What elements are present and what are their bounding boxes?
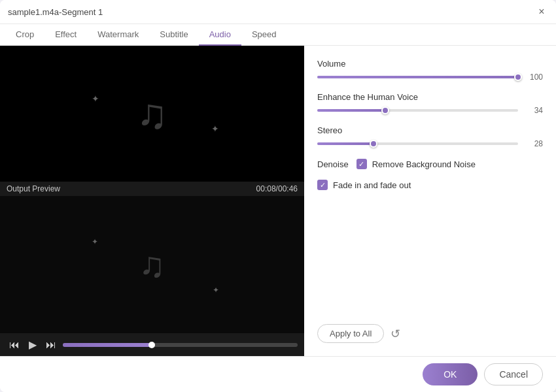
apply-to-all-button[interactable]: Apply to All: [317, 324, 384, 343]
fade-checkmark-icon: ✓: [320, 181, 326, 189]
volume-value: 100: [525, 73, 543, 82]
sparkle-top-left-icon: ✦: [92, 93, 99, 104]
tab-audio[interactable]: Audio: [199, 24, 241, 46]
stereo-slider-row: 28: [317, 139, 543, 148]
window-title: sample1.m4a-Segment 1: [8, 7, 103, 17]
main-window: sample1.m4a-Segment 1 × Crop Effect Wate…: [0, 0, 556, 392]
stereo-slider[interactable]: [317, 142, 518, 145]
enhance-voice-label: Enhance the Human Voice: [317, 92, 543, 102]
sparkle-bottom-right-icon: ✦: [211, 123, 219, 134]
bottom-preview: ✦ ♫ ✦: [0, 196, 304, 333]
prev-button[interactable]: ⏮: [7, 338, 22, 352]
bottom-actions: Apply to All ↺: [317, 324, 543, 343]
stereo-label: Stereo: [317, 125, 543, 135]
tab-speed[interactable]: Speed: [241, 24, 287, 46]
progress-bar[interactable]: [63, 343, 298, 347]
volume-slider-row: 100: [317, 73, 543, 82]
music-icon-bottom: ♫: [139, 244, 165, 285]
stereo-thumb: [370, 140, 377, 148]
content-area: ✦ ♫ ✦ Output Preview 00:08/00:46 ✦ ♫ ✦ ⏮…: [0, 46, 556, 356]
output-timestamp: 00:08/00:46: [256, 184, 298, 193]
enhance-voice-slider[interactable]: [317, 109, 518, 112]
progress-fill: [63, 343, 152, 347]
sparkle-sm-top-left-icon: ✦: [92, 237, 98, 246]
play-button[interactable]: ▶: [26, 337, 39, 352]
stereo-control: Stereo 28: [317, 125, 543, 148]
remove-bg-noise-checkbox[interactable]: ✓: [356, 159, 367, 169]
enhance-voice-fill: [317, 109, 385, 112]
stereo-value: 28: [525, 139, 543, 148]
progress-thumb: [148, 342, 155, 348]
sparkle-sm-bottom-right-icon: ✦: [213, 286, 219, 295]
spacer: [317, 201, 543, 308]
remove-bg-noise-label: Remove Background Noise: [372, 159, 476, 169]
footer: OK Cancel: [0, 356, 556, 392]
ok-button[interactable]: OK: [423, 363, 478, 385]
enhance-voice-slider-row: 34: [317, 106, 543, 115]
denoise-row: Denoise ✓ Remove Background Noise: [317, 159, 543, 169]
denoise-label: Denoise: [317, 159, 349, 169]
title-bar: sample1.m4a-Segment 1 ×: [0, 0, 556, 24]
volume-control: Volume 100: [317, 59, 543, 82]
next-button[interactable]: ⏭: [43, 338, 59, 352]
tab-crop[interactable]: Crop: [5, 24, 44, 46]
tab-subtitle[interactable]: Subtitle: [149, 24, 198, 46]
fade-row: ✓ Fade in and fade out: [317, 180, 543, 190]
music-icon-top: ♫: [137, 90, 168, 138]
stereo-fill: [317, 142, 374, 145]
fade-label: Fade in and fade out: [333, 180, 411, 190]
top-preview: ✦ ♫ ✦: [0, 46, 304, 182]
volume-fill: [317, 76, 518, 78]
volume-thumb: [514, 73, 522, 81]
playback-controls: ⏮ ▶ ⏭: [0, 333, 304, 356]
enhance-voice-thumb: [381, 106, 389, 114]
volume-label: Volume: [317, 59, 543, 69]
cancel-button[interactable]: Cancel: [484, 363, 543, 385]
right-panel: Volume 100 Enhance the Human Voice: [304, 46, 556, 356]
tab-bar: Crop Effect Watermark Subtitle Audio Spe…: [0, 24, 556, 46]
output-preview-label: Output Preview: [7, 184, 60, 193]
left-panel: ✦ ♫ ✦ Output Preview 00:08/00:46 ✦ ♫ ✦ ⏮…: [0, 46, 304, 356]
close-button[interactable]: ×: [535, 5, 548, 18]
enhance-voice-value: 34: [525, 106, 543, 115]
fade-checkbox[interactable]: ✓: [317, 180, 328, 190]
reset-button[interactable]: ↺: [391, 327, 400, 341]
checkmark-icon: ✓: [358, 160, 364, 169]
tab-watermark[interactable]: Watermark: [87, 24, 149, 46]
volume-slider[interactable]: [317, 76, 518, 78]
enhance-voice-control: Enhance the Human Voice 34: [317, 92, 543, 115]
output-bar: Output Preview 00:08/00:46: [0, 182, 304, 196]
tab-effect[interactable]: Effect: [44, 24, 87, 46]
